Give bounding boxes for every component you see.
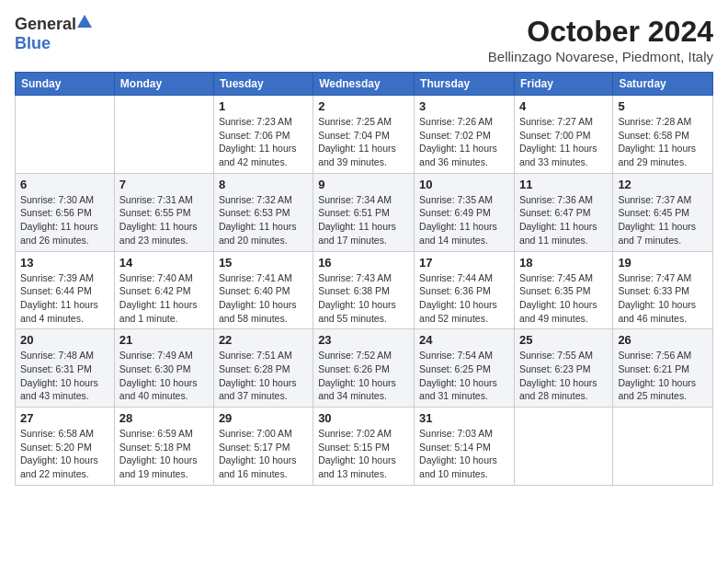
calendar-cell: 29Sunrise: 7:00 AM Sunset: 5:17 PM Dayli… (213, 408, 313, 486)
day-number: 26 (618, 333, 708, 347)
calendar-cell: 22Sunrise: 7:51 AM Sunset: 6:28 PM Dayli… (213, 329, 313, 408)
day-info: Sunrise: 7:03 AM Sunset: 5:14 PM Dayligh… (419, 427, 509, 481)
calendar-cell: 13Sunrise: 7:39 AM Sunset: 6:44 PM Dayli… (16, 251, 115, 329)
calendar-week-row: 20Sunrise: 7:48 AM Sunset: 6:31 PM Dayli… (16, 329, 713, 408)
calendar-cell: 30Sunrise: 7:02 AM Sunset: 5:15 PM Dayli… (313, 408, 415, 486)
calendar-cell: 10Sunrise: 7:35 AM Sunset: 6:49 PM Dayli… (415, 173, 515, 251)
day-number: 28 (119, 411, 209, 425)
logo-triangle-icon (77, 15, 92, 31)
calendar-week-row: 27Sunrise: 6:58 AM Sunset: 5:20 PM Dayli… (16, 408, 713, 486)
day-header-wednesday: Wednesday (313, 73, 415, 96)
calendar-cell (514, 408, 612, 486)
day-info: Sunrise: 7:43 AM Sunset: 6:38 PM Dayligh… (318, 271, 409, 326)
logo-blue-text: Blue (15, 34, 51, 53)
day-number: 21 (119, 333, 209, 347)
day-number: 18 (519, 256, 608, 270)
day-number: 3 (419, 99, 509, 113)
day-info: Sunrise: 7:30 AM Sunset: 6:56 PM Dayligh… (20, 193, 109, 247)
day-info: Sunrise: 7:49 AM Sunset: 6:30 PM Dayligh… (119, 349, 209, 403)
calendar-cell: 31Sunrise: 7:03 AM Sunset: 5:14 PM Dayli… (415, 408, 515, 486)
header: General Blue October 2024 Bellinzago Nov… (15, 15, 713, 64)
calendar-cell: 23Sunrise: 7:52 AM Sunset: 6:26 PM Dayli… (313, 329, 415, 408)
day-info: Sunrise: 7:34 AM Sunset: 6:51 PM Dayligh… (318, 193, 409, 247)
day-number: 4 (519, 99, 608, 113)
day-number: 22 (219, 333, 308, 347)
logo-blue: Blue (15, 34, 51, 52)
day-number: 27 (20, 411, 109, 425)
day-info: Sunrise: 7:00 AM Sunset: 5:17 PM Dayligh… (219, 427, 308, 481)
day-number: 2 (318, 99, 409, 113)
day-header-sunday: Sunday (16, 73, 115, 96)
day-number: 7 (119, 178, 209, 191)
day-info: Sunrise: 7:41 AM Sunset: 6:40 PM Dayligh… (219, 271, 308, 326)
logo-general: General (15, 15, 76, 33)
calendar-cell: 15Sunrise: 7:41 AM Sunset: 6:40 PM Dayli… (213, 251, 313, 329)
calendar-cell: 20Sunrise: 7:48 AM Sunset: 6:31 PM Dayli… (16, 329, 115, 408)
day-info: Sunrise: 6:59 AM Sunset: 5:18 PM Dayligh… (119, 427, 209, 481)
day-info: Sunrise: 7:56 AM Sunset: 6:21 PM Dayligh… (618, 349, 708, 403)
day-number: 9 (318, 178, 409, 191)
day-header-friday: Friday (514, 73, 612, 96)
calendar-cell: 19Sunrise: 7:47 AM Sunset: 6:33 PM Dayli… (613, 251, 713, 329)
calendar-cell (16, 96, 115, 174)
day-number: 5 (618, 99, 708, 113)
day-number: 24 (419, 333, 509, 347)
day-number: 13 (20, 256, 109, 270)
calendar-cell: 1Sunrise: 7:23 AM Sunset: 7:06 PM Daylig… (213, 96, 313, 174)
day-info: Sunrise: 7:48 AM Sunset: 6:31 PM Dayligh… (20, 349, 109, 403)
day-number: 15 (219, 256, 308, 270)
day-number: 10 (419, 178, 509, 191)
day-header-monday: Monday (114, 73, 213, 96)
calendar-week-row: 1Sunrise: 7:23 AM Sunset: 7:06 PM Daylig… (16, 96, 713, 174)
calendar-cell: 25Sunrise: 7:55 AM Sunset: 6:23 PM Dayli… (514, 329, 612, 408)
calendar-table: SundayMondayTuesdayWednesdayThursdayFrid… (15, 72, 713, 486)
day-info: Sunrise: 7:37 AM Sunset: 6:45 PM Dayligh… (618, 193, 708, 247)
day-info: Sunrise: 7:52 AM Sunset: 6:26 PM Dayligh… (318, 349, 409, 403)
logo-text: General (15, 15, 92, 34)
day-info: Sunrise: 6:58 AM Sunset: 5:20 PM Dayligh… (20, 427, 109, 481)
day-info: Sunrise: 7:36 AM Sunset: 6:47 PM Dayligh… (519, 193, 608, 247)
calendar-cell: 27Sunrise: 6:58 AM Sunset: 5:20 PM Dayli… (16, 408, 115, 486)
day-number: 8 (219, 178, 308, 191)
calendar-cell: 6Sunrise: 7:30 AM Sunset: 6:56 PM Daylig… (16, 173, 115, 251)
calendar-week-row: 6Sunrise: 7:30 AM Sunset: 6:56 PM Daylig… (16, 173, 713, 251)
calendar-cell: 26Sunrise: 7:56 AM Sunset: 6:21 PM Dayli… (613, 329, 713, 408)
calendar-cell: 21Sunrise: 7:49 AM Sunset: 6:30 PM Dayli… (114, 329, 213, 408)
day-info: Sunrise: 7:39 AM Sunset: 6:44 PM Dayligh… (20, 271, 109, 326)
day-number: 6 (20, 178, 109, 191)
calendar-cell: 18Sunrise: 7:45 AM Sunset: 6:35 PM Dayli… (514, 251, 612, 329)
day-number: 25 (519, 333, 608, 347)
calendar-cell: 9Sunrise: 7:34 AM Sunset: 6:51 PM Daylig… (313, 173, 415, 251)
logo: General Blue (15, 15, 92, 53)
calendar-cell: 24Sunrise: 7:54 AM Sunset: 6:25 PM Dayli… (415, 329, 515, 408)
day-number: 12 (618, 178, 708, 191)
day-number: 31 (419, 411, 509, 425)
calendar-cell: 8Sunrise: 7:32 AM Sunset: 6:53 PM Daylig… (213, 173, 313, 251)
calendar-cell: 11Sunrise: 7:36 AM Sunset: 6:47 PM Dayli… (514, 173, 612, 251)
day-info: Sunrise: 7:02 AM Sunset: 5:15 PM Dayligh… (318, 427, 409, 481)
day-header-thursday: Thursday (415, 73, 515, 96)
day-header-saturday: Saturday (613, 73, 713, 96)
day-info: Sunrise: 7:51 AM Sunset: 6:28 PM Dayligh… (219, 349, 308, 403)
day-info: Sunrise: 7:35 AM Sunset: 6:49 PM Dayligh… (419, 193, 509, 247)
calendar-cell: 4Sunrise: 7:27 AM Sunset: 7:00 PM Daylig… (514, 96, 612, 174)
day-number: 30 (318, 411, 409, 425)
calendar-cell: 28Sunrise: 6:59 AM Sunset: 5:18 PM Dayli… (114, 408, 213, 486)
day-info: Sunrise: 7:40 AM Sunset: 6:42 PM Dayligh… (119, 271, 209, 326)
day-number: 14 (119, 256, 209, 270)
day-header-tuesday: Tuesday (213, 73, 313, 96)
svg-marker-0 (77, 15, 92, 28)
day-info: Sunrise: 7:26 AM Sunset: 7:02 PM Dayligh… (419, 115, 509, 169)
day-info: Sunrise: 7:54 AM Sunset: 6:25 PM Dayligh… (419, 349, 509, 403)
calendar-cell: 16Sunrise: 7:43 AM Sunset: 6:38 PM Dayli… (313, 251, 415, 329)
day-number: 23 (318, 333, 409, 347)
day-info: Sunrise: 7:31 AM Sunset: 6:55 PM Dayligh… (119, 193, 209, 247)
day-info: Sunrise: 7:32 AM Sunset: 6:53 PM Dayligh… (219, 193, 308, 247)
day-info: Sunrise: 7:23 AM Sunset: 7:06 PM Dayligh… (219, 115, 308, 169)
day-number: 1 (219, 99, 308, 113)
day-info: Sunrise: 7:28 AM Sunset: 6:58 PM Dayligh… (618, 115, 708, 169)
location-title: Bellinzago Novarese, Piedmont, Italy (488, 49, 713, 64)
day-info: Sunrise: 7:27 AM Sunset: 7:00 PM Dayligh… (519, 115, 608, 169)
calendar-cell: 7Sunrise: 7:31 AM Sunset: 6:55 PM Daylig… (114, 173, 213, 251)
day-info: Sunrise: 7:47 AM Sunset: 6:33 PM Dayligh… (618, 271, 708, 326)
